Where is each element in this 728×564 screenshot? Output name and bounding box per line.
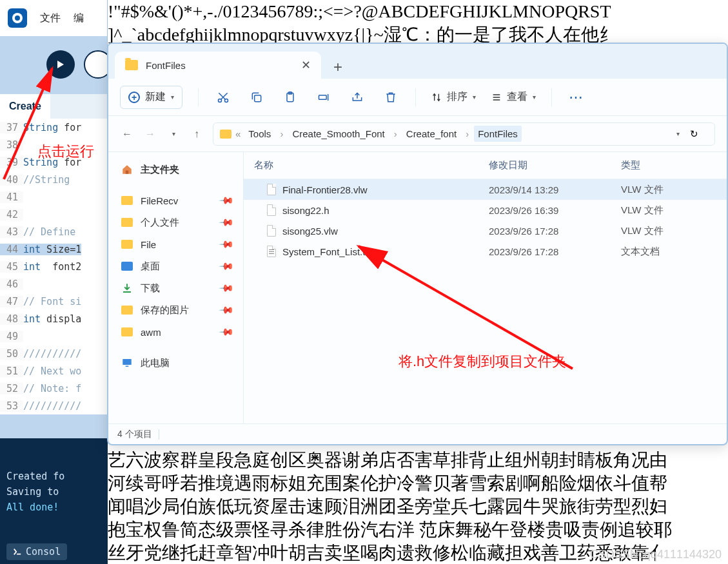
file-row[interactable]: sisong25.vlw2023/9/26 17:28VLW 文件	[244, 220, 727, 241]
view-button[interactable]: 查看 ▾	[491, 90, 536, 104]
svg-rect-7	[126, 171, 129, 174]
explorer-nav: ← → ▾ ↑ « Tools › Create_Smooth_Font › C…	[108, 116, 727, 152]
file-icon	[267, 204, 276, 216]
svg-rect-9	[126, 366, 129, 367]
pin-icon: 📌	[218, 192, 235, 209]
console-output: Created fo	[6, 471, 101, 482]
file-icon	[267, 246, 276, 257]
share-button[interactable]	[348, 88, 366, 106]
console-tab[interactable]: Consol	[6, 543, 67, 560]
folder-icon	[121, 196, 133, 205]
column-name[interactable]: 名称	[244, 159, 489, 171]
file-explorer: FontFiles ✕ + + 新建 ▾ 排序 ▾ 查看 ▾ ⋯	[107, 43, 728, 445]
nav-back[interactable]: ←	[120, 127, 134, 141]
pin-icon: 📌	[218, 302, 235, 318]
sidebar-item-file[interactable]: File📌	[112, 233, 239, 255]
refresh-button[interactable]: ↻	[690, 128, 708, 140]
sidebar-item-filerecv[interactable]: FileRecv📌	[112, 190, 239, 211]
sidebar-item-pictures[interactable]: 保存的图片📌	[112, 299, 239, 321]
sidebar-item-desktop[interactable]: 桌面📌	[112, 255, 239, 277]
sidebar-item-personal[interactable]: 个人文件📌	[112, 211, 239, 233]
breadcrumb-bar[interactable]: « Tools › Create_Smooth_Font › Create_fo…	[213, 122, 715, 146]
console-output: Saving to	[6, 486, 101, 498]
pin-icon: 📌	[218, 214, 235, 231]
folder-icon	[125, 60, 138, 70]
watermark: CSDSSNcqq4111144320	[590, 548, 722, 561]
folder-icon	[121, 306, 133, 315]
pin-icon: 📌	[218, 280, 235, 297]
processing-logo	[8, 8, 27, 28]
file-icon	[267, 184, 276, 195]
console-output-done: All done!	[6, 501, 101, 513]
close-tab-button[interactable]: ✕	[300, 60, 311, 70]
file-row[interactable]: Final-Frontier28.vlw2023/9/14 13:29VLW 文…	[244, 179, 727, 200]
svg-rect-3	[255, 95, 261, 101]
svg-line-0	[4, 68, 52, 179]
paste-button[interactable]	[281, 88, 299, 106]
pin-icon: 📌	[218, 258, 235, 275]
breadcrumb-item[interactable]: Create_Smooth_Font	[288, 126, 388, 142]
column-date[interactable]: 修改日期	[489, 159, 621, 171]
new-tab-button[interactable]: +	[326, 55, 349, 79]
cut-button[interactable]	[214, 88, 232, 106]
breadcrumb-item[interactable]: Create_font	[402, 126, 460, 142]
pin-icon: 📌	[218, 236, 235, 253]
nav-up[interactable]: ↑	[190, 127, 204, 141]
desktop-icon	[121, 262, 133, 271]
copy-button[interactable]	[248, 88, 266, 106]
folder-icon	[121, 240, 133, 249]
column-headers: 名称 ˄ 修改日期 类型	[244, 152, 727, 179]
breadcrumb-item[interactable]: Tools	[244, 126, 275, 142]
explorer-toolbar: + 新建 ▾ 排序 ▾ 查看 ▾ ⋯	[108, 79, 727, 116]
file-list-panel: 名称 ˄ 修改日期 类型 Final-Frontier28.vlw2023/9/…	[244, 152, 727, 423]
svg-rect-8	[123, 359, 132, 365]
sidebar-this-pc[interactable]: 此电脑	[112, 352, 239, 374]
explorer-tabs: FontFiles ✕ +	[108, 44, 727, 79]
file-icon	[267, 225, 276, 237]
folder-icon	[121, 218, 133, 227]
annotation-run-label: 点击运行	[37, 142, 94, 161]
status-bar: 4 个项目	[108, 423, 727, 444]
rename-button[interactable]	[315, 88, 333, 106]
menu-edit[interactable]: 编	[74, 12, 84, 25]
ide-menubar: 文件 编	[0, 0, 107, 36]
breadcrumb-expand[interactable]: ▾	[676, 130, 680, 137]
svg-line-10	[359, 246, 573, 369]
ide-console: Created fo Saving to All done! Consol	[0, 438, 108, 564]
sort-indicator-icon: ˄	[505, 162, 508, 169]
nav-recent[interactable]: ▾	[166, 127, 181, 141]
menu-file[interactable]: 文件	[40, 12, 61, 25]
annotation-run-arrow	[0, 57, 68, 186]
explorer-tab-fontfiles[interactable]: FontFiles ✕	[115, 52, 321, 79]
breadcrumb-item-current[interactable]: FontFiles	[474, 126, 522, 142]
sidebar-home[interactable]: 主文件夹	[112, 159, 239, 180]
sidebar: 主文件夹 FileRecv📌 个人文件📌 File📌 桌面📌 下载📌 保存的图片…	[108, 152, 244, 423]
folder-icon	[220, 130, 231, 139]
svg-rect-6	[319, 95, 327, 99]
sidebar-item-downloads[interactable]: 下载📌	[112, 277, 239, 299]
plus-icon: +	[128, 92, 140, 103]
delete-button[interactable]	[382, 88, 400, 106]
column-type[interactable]: 类型	[621, 159, 718, 171]
sort-button[interactable]: 排序 ▾	[431, 90, 476, 104]
more-button[interactable]: ⋯	[567, 88, 585, 106]
pin-icon: 📌	[218, 324, 235, 340]
glyph-preview-bottom: 艺六波察群皇段急庭创区奥器谢弟店否害草排背止组州朝封睛板角况由 河续哥呼若推境遇…	[108, 449, 672, 564]
nav-forward[interactable]: →	[143, 127, 157, 141]
glyph-preview-top: !"#$%&'()*+,-./0123456789:;<=>?@ABCDEFGH…	[108, 0, 617, 46]
file-row[interactable]: sisong22.h2023/9/26 16:39VLW 文件	[244, 200, 727, 220]
new-button[interactable]: + 新建 ▾	[120, 86, 182, 109]
explorer-tab-title: FontFiles	[146, 60, 186, 71]
sidebar-item-awm[interactable]: awm📌	[112, 321, 239, 343]
folder-icon	[121, 327, 133, 336]
annotation-copy-arrow	[347, 240, 579, 375]
